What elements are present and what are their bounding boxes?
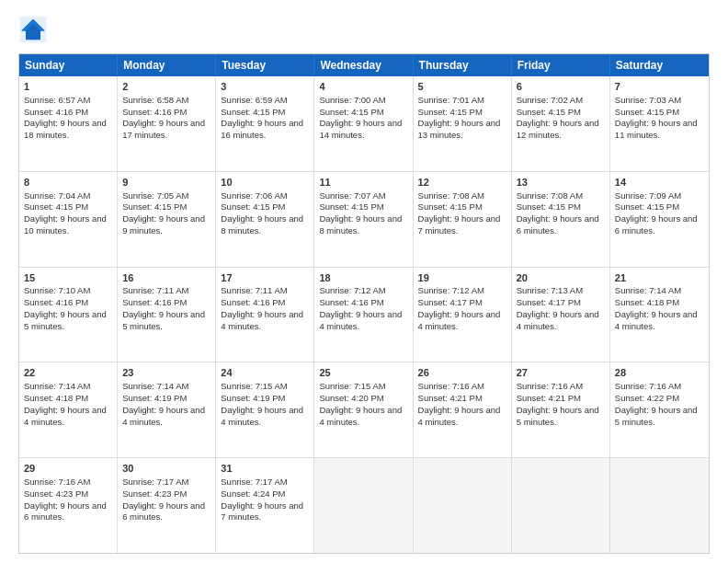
calendar-cell: 28Sunrise: 7:16 AMSunset: 4:22 PMDayligh… bbox=[610, 362, 709, 457]
sunset: Sunset: 4:16 PM bbox=[24, 107, 88, 117]
empty-cell bbox=[610, 458, 709, 553]
sunset: Sunset: 4:15 PM bbox=[418, 107, 483, 117]
daylight: Daylight: 9 hours and 13 minutes. bbox=[418, 118, 501, 140]
calendar-header: SundayMondayTuesdayWednesdayThursdayFrid… bbox=[19, 54, 709, 76]
daylight: Daylight: 9 hours and 11 minutes. bbox=[615, 118, 698, 140]
calendar-cell: 10Sunrise: 7:06 AMSunset: 4:15 PMDayligh… bbox=[216, 172, 314, 267]
sunset: Sunset: 4:23 PM bbox=[24, 488, 88, 499]
calendar-cell: 31Sunrise: 7:17 AMSunset: 4:24 PMDayligh… bbox=[216, 458, 314, 553]
sunset: Sunset: 4:15 PM bbox=[319, 107, 383, 117]
day-number: 23 bbox=[122, 366, 210, 380]
calendar-week-row: 29Sunrise: 7:16 AMSunset: 4:23 PMDayligh… bbox=[19, 457, 709, 553]
day-number: 21 bbox=[615, 271, 704, 285]
sunset: Sunset: 4:16 PM bbox=[221, 297, 285, 307]
sunset: Sunset: 4:24 PM bbox=[221, 488, 285, 499]
day-number: 3 bbox=[221, 80, 309, 94]
sunrise: Sunrise: 7:16 AM bbox=[418, 381, 484, 391]
sunrise: Sunrise: 7:14 AM bbox=[615, 285, 681, 295]
calendar-cell: 29Sunrise: 7:16 AMSunset: 4:23 PMDayligh… bbox=[19, 458, 118, 553]
calendar-cell: 21Sunrise: 7:14 AMSunset: 4:18 PMDayligh… bbox=[610, 268, 709, 362]
day-of-week-header: Thursday bbox=[414, 54, 512, 76]
calendar-cell: 9Sunrise: 7:05 AMSunset: 4:15 PMDaylight… bbox=[118, 172, 216, 267]
day-number: 5 bbox=[418, 80, 506, 94]
sunset: Sunset: 4:15 PM bbox=[122, 201, 187, 212]
sunset: Sunset: 4:19 PM bbox=[221, 393, 285, 403]
sunset: Sunset: 4:21 PM bbox=[418, 393, 483, 403]
sunrise: Sunrise: 7:16 AM bbox=[517, 381, 583, 391]
daylight: Daylight: 9 hours and 4 minutes. bbox=[615, 309, 698, 331]
sunrise: Sunrise: 7:01 AM bbox=[418, 95, 484, 105]
sunrise: Sunrise: 6:58 AM bbox=[122, 95, 188, 105]
calendar-cell: 25Sunrise: 7:15 AMSunset: 4:20 PMDayligh… bbox=[314, 362, 413, 457]
sunrise: Sunrise: 7:13 AM bbox=[517, 285, 583, 295]
sunrise: Sunrise: 7:06 AM bbox=[221, 190, 287, 201]
day-number: 15 bbox=[24, 271, 112, 285]
daylight: Daylight: 9 hours and 6 minutes. bbox=[615, 213, 698, 236]
day-of-week-header: Wednesday bbox=[314, 54, 413, 76]
calendar: SundayMondayTuesdayWednesdayThursdayFrid… bbox=[18, 53, 710, 554]
day-number: 14 bbox=[615, 176, 704, 190]
sunset: Sunset: 4:16 PM bbox=[319, 297, 383, 307]
sunrise: Sunrise: 6:57 AM bbox=[24, 95, 90, 105]
sunrise: Sunrise: 7:11 AM bbox=[221, 285, 287, 295]
calendar-body: 1Sunrise: 6:57 AMSunset: 4:16 PMDaylight… bbox=[19, 76, 709, 553]
calendar-cell: 18Sunrise: 7:12 AMSunset: 4:16 PMDayligh… bbox=[314, 268, 413, 362]
daylight: Daylight: 9 hours and 5 minutes. bbox=[615, 405, 698, 427]
sunrise: Sunrise: 7:15 AM bbox=[221, 381, 287, 391]
sunrise: Sunrise: 7:15 AM bbox=[319, 381, 385, 391]
daylight: Daylight: 9 hours and 4 minutes. bbox=[517, 309, 599, 331]
sunrise: Sunrise: 6:59 AM bbox=[221, 95, 287, 105]
sunrise: Sunrise: 7:16 AM bbox=[615, 381, 681, 391]
daylight: Daylight: 9 hours and 5 minutes. bbox=[122, 309, 205, 331]
day-number: 6 bbox=[517, 80, 605, 94]
sunrise: Sunrise: 7:02 AM bbox=[517, 95, 583, 105]
daylight: Daylight: 9 hours and 4 minutes. bbox=[319, 309, 402, 331]
daylight: Daylight: 9 hours and 4 minutes. bbox=[221, 405, 303, 427]
daylight: Daylight: 9 hours and 7 minutes. bbox=[221, 500, 303, 523]
sunset: Sunset: 4:17 PM bbox=[418, 297, 483, 307]
calendar-cell: 27Sunrise: 7:16 AMSunset: 4:21 PMDayligh… bbox=[512, 362, 610, 457]
daylight: Daylight: 9 hours and 12 minutes. bbox=[517, 118, 599, 140]
sunset: Sunset: 4:15 PM bbox=[517, 201, 581, 212]
sunrise: Sunrise: 7:08 AM bbox=[418, 190, 484, 201]
day-number: 1 bbox=[24, 80, 112, 94]
daylight: Daylight: 9 hours and 4 minutes. bbox=[122, 405, 205, 427]
day-number: 9 bbox=[122, 176, 210, 190]
sunset: Sunset: 4:15 PM bbox=[24, 201, 88, 212]
daylight: Daylight: 9 hours and 4 minutes. bbox=[319, 405, 402, 427]
empty-cell bbox=[414, 458, 512, 553]
page: SundayMondayTuesdayWednesdayThursdayFrid… bbox=[0, 0, 728, 563]
sunset: Sunset: 4:15 PM bbox=[418, 201, 483, 212]
daylight: Daylight: 9 hours and 7 minutes. bbox=[418, 213, 501, 236]
daylight: Daylight: 9 hours and 8 minutes. bbox=[221, 213, 303, 236]
daylight: Daylight: 9 hours and 18 minutes. bbox=[24, 118, 107, 140]
daylight: Daylight: 9 hours and 6 minutes. bbox=[517, 213, 599, 236]
logo bbox=[18, 15, 51, 44]
day-number: 10 bbox=[221, 176, 309, 190]
day-number: 18 bbox=[319, 271, 407, 285]
sunrise: Sunrise: 7:14 AM bbox=[24, 381, 90, 391]
day-number: 16 bbox=[122, 271, 210, 285]
calendar-cell: 8Sunrise: 7:04 AMSunset: 4:15 PMDaylight… bbox=[19, 172, 118, 267]
daylight: Daylight: 9 hours and 4 minutes. bbox=[418, 309, 501, 331]
sunset: Sunset: 4:15 PM bbox=[221, 107, 285, 117]
calendar-week-row: 22Sunrise: 7:14 AMSunset: 4:18 PMDayligh… bbox=[19, 362, 709, 457]
day-number: 29 bbox=[24, 462, 112, 476]
calendar-cell: 19Sunrise: 7:12 AMSunset: 4:17 PMDayligh… bbox=[414, 268, 512, 362]
daylight: Daylight: 9 hours and 8 minutes. bbox=[319, 213, 402, 236]
calendar-cell: 16Sunrise: 7:11 AMSunset: 4:16 PMDayligh… bbox=[118, 268, 216, 362]
daylight: Daylight: 9 hours and 4 minutes. bbox=[24, 405, 107, 427]
sunrise: Sunrise: 7:04 AM bbox=[24, 190, 90, 201]
daylight: Daylight: 9 hours and 10 minutes. bbox=[24, 213, 107, 236]
calendar-cell: 5Sunrise: 7:01 AMSunset: 4:15 PMDaylight… bbox=[414, 76, 512, 171]
sunset: Sunset: 4:15 PM bbox=[615, 201, 679, 212]
day-number: 2 bbox=[122, 80, 210, 94]
day-number: 7 bbox=[615, 80, 704, 94]
calendar-cell: 4Sunrise: 7:00 AMSunset: 4:15 PMDaylight… bbox=[314, 76, 413, 171]
daylight: Daylight: 9 hours and 14 minutes. bbox=[319, 118, 402, 140]
sunrise: Sunrise: 7:12 AM bbox=[319, 285, 385, 295]
sunset: Sunset: 4:18 PM bbox=[615, 297, 679, 307]
daylight: Daylight: 9 hours and 5 minutes. bbox=[24, 309, 107, 331]
sunrise: Sunrise: 7:05 AM bbox=[122, 190, 188, 201]
day-number: 27 bbox=[517, 366, 605, 380]
